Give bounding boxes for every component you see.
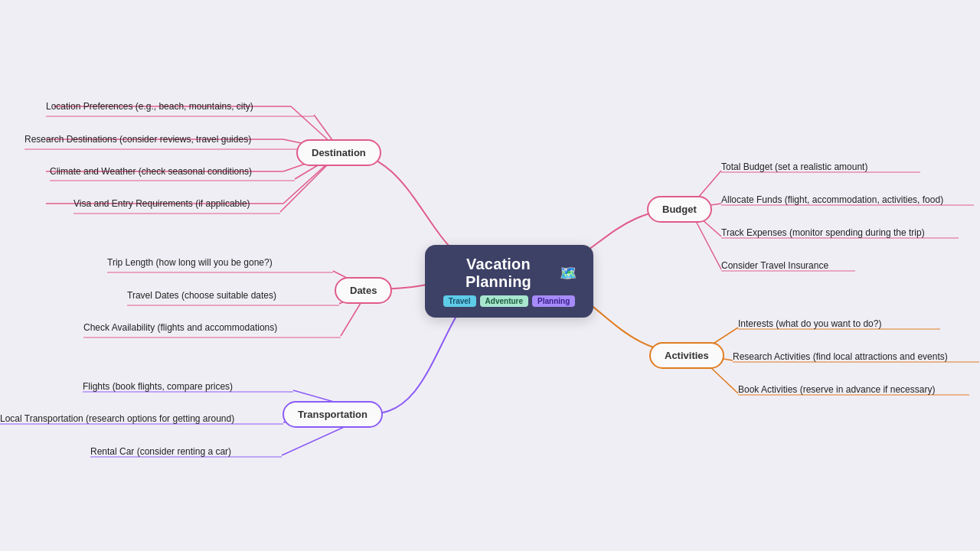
branch-dates-label: Dates	[350, 285, 377, 296]
branch-transportation-label: Transportation	[298, 409, 368, 420]
leaf-budget-2: Allocate Funds (flight, accommodation, a…	[721, 194, 943, 205]
branch-activities-label: Activities	[665, 350, 709, 361]
leaf-budget-3: Track Expenses (monitor spending during …	[721, 227, 925, 238]
branch-transportation[interactable]: Transportation	[283, 401, 383, 428]
leaf-destination-4: Visa and Entry Requirements (if applicab…	[74, 198, 250, 209]
center-title: Vacation Planning	[442, 256, 555, 291]
leaf-destination-2: Research Destinations (consider reviews,…	[24, 134, 251, 145]
branch-dates[interactable]: Dates	[335, 277, 392, 304]
branch-activities[interactable]: Activities	[649, 342, 724, 369]
leaf-budget-4: Consider Travel Insurance	[721, 260, 828, 271]
center-node[interactable]: Vacation Planning 🗺️ Travel Adventure Pl…	[425, 245, 593, 318]
tag-adventure: Adventure	[480, 295, 528, 307]
center-emoji: 🗺️	[560, 265, 577, 282]
leaf-transport-1: Flights (book flights, compare prices)	[83, 381, 233, 392]
leaf-dates-2: Travel Dates (choose suitable dates)	[127, 290, 276, 301]
leaf-destination-1: Location Preferences (e.g., beach, mount…	[46, 101, 253, 112]
leaf-dates-3: Check Availability (flights and accommod…	[83, 322, 277, 333]
leaf-destination-3: Climate and Weather (check seasonal cond…	[50, 166, 252, 177]
branch-budget[interactable]: Budget	[647, 196, 712, 223]
leaf-transport-3: Rental Car (consider renting a car)	[90, 446, 231, 457]
branch-destination[interactable]: Destination	[296, 139, 381, 166]
leaf-activities-2: Research Activities (find local attracti…	[733, 351, 948, 362]
branch-destination-label: Destination	[312, 147, 366, 158]
leaf-dates-1: Trip Length (how long will you be gone?)	[107, 257, 273, 268]
leaf-transport-2: Local Transportation (research options f…	[0, 413, 234, 424]
branch-budget-label: Budget	[662, 204, 697, 215]
leaf-activities-3: Book Activities (reserve in advance if n…	[738, 384, 935, 395]
leaf-budget-1: Total Budget (set a realistic amount)	[721, 161, 867, 172]
center-tags: Travel Adventure Planning	[442, 295, 577, 307]
leaf-activities-1: Interests (what do you want to do?)	[738, 318, 881, 329]
tag-travel: Travel	[443, 295, 476, 307]
tag-planning: Planning	[532, 295, 575, 307]
